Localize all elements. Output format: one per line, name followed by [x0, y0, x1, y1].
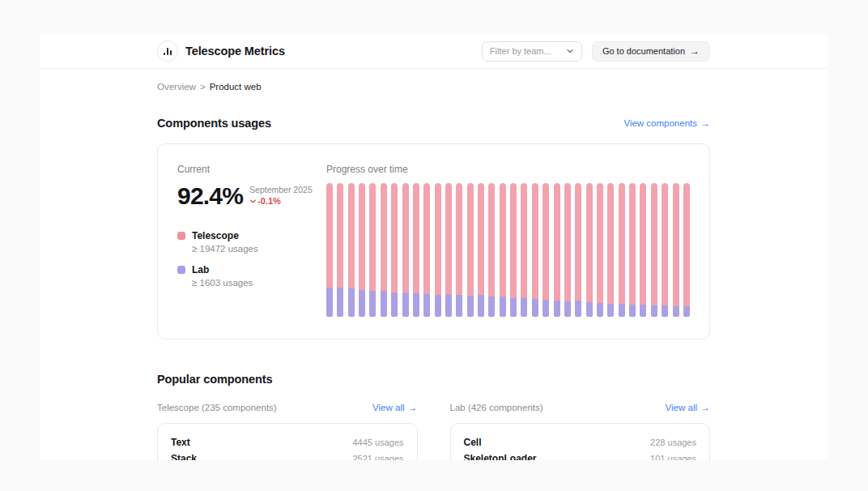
- period-label: September 2025: [249, 185, 313, 194]
- bar-segment-telescope: [586, 183, 593, 302]
- chart-bar[interactable]: [391, 183, 398, 317]
- view-components-link[interactable]: View components →: [623, 118, 710, 128]
- lab-swatch: [177, 266, 185, 274]
- bar-segment-lab: [478, 295, 484, 317]
- chart-bar[interactable]: [607, 183, 614, 317]
- delta-value: -0.1%: [257, 196, 281, 206]
- bar-segment-telescope: [402, 183, 409, 292]
- bar-segment-telescope: [640, 183, 646, 305]
- legend-name: Telescope: [192, 230, 258, 241]
- bar-segment-telescope: [348, 183, 355, 288]
- chart-bar[interactable]: [683, 183, 690, 317]
- bar-segment-lab: [488, 297, 495, 317]
- bar-segment-telescope: [673, 183, 679, 306]
- popular-section-title: Popular components: [157, 373, 710, 386]
- chart-bar[interactable]: [500, 183, 506, 317]
- chart-bar[interactable]: [402, 183, 409, 317]
- chart-bar[interactable]: [478, 183, 484, 317]
- component-name: SkeletonLoader: [464, 453, 537, 460]
- chart-bar[interactable]: [532, 183, 538, 317]
- current-value: 92.4%: [177, 182, 243, 210]
- view-all-link-telescope[interactable]: View all →: [372, 403, 417, 412]
- bar-segment-telescope: [369, 183, 376, 291]
- app-header: Telescope Metrics Filter by team... Go t…: [40, 34, 828, 69]
- breadcrumb-overview[interactable]: Overview: [157, 82, 196, 92]
- component-usage-count: 101 usages: [650, 454, 696, 460]
- chart-bar[interactable]: [326, 183, 333, 317]
- bar-segment-telescope: [413, 183, 419, 293]
- bar-segment-lab: [586, 302, 593, 317]
- group-header: Lab (426 components) View all →: [450, 403, 711, 412]
- bar-segment-lab: [651, 305, 657, 317]
- component-row[interactable]: Stack 2521 usages: [171, 450, 404, 460]
- component-name: Cell: [464, 437, 482, 448]
- bar-segment-lab: [597, 303, 603, 317]
- group-header: Telescope (235 components) View all →: [157, 403, 418, 412]
- bar-segment-lab: [348, 288, 355, 317]
- bar-segment-telescope: [629, 183, 636, 305]
- chart-bar[interactable]: [348, 183, 355, 317]
- chart-bar[interactable]: [619, 183, 625, 317]
- bar-segment-telescope: [337, 183, 343, 288]
- chart-bar[interactable]: [413, 183, 419, 317]
- chart-bar[interactable]: [662, 183, 668, 317]
- bar-segment-lab: [381, 291, 387, 317]
- header-left: Telescope Metrics: [157, 41, 285, 62]
- bar-segment-telescope: [359, 183, 365, 290]
- chart-bar[interactable]: [651, 183, 657, 317]
- popular-group-telescope: Telescope (235 components) View all → Te…: [157, 403, 418, 460]
- view-all-link-lab[interactable]: View all →: [666, 403, 710, 412]
- chart-bar[interactable]: [435, 183, 441, 317]
- bar-segment-lab: [326, 288, 333, 317]
- bar-segment-telescope: [597, 183, 603, 303]
- component-name: Text: [171, 437, 190, 448]
- breadcrumb-separator: >: [200, 82, 206, 92]
- chart-bar[interactable]: [488, 183, 495, 317]
- bar-segment-lab: [413, 293, 419, 317]
- chart-bar[interactable]: [564, 183, 571, 317]
- bar-segment-telescope: [532, 183, 538, 299]
- chart-bar[interactable]: [423, 183, 430, 317]
- chart-bar[interactable]: [521, 183, 527, 317]
- team-filter-select[interactable]: Filter by team...: [482, 41, 582, 62]
- bar-segment-lab: [554, 301, 560, 317]
- chart-bar[interactable]: [629, 183, 636, 317]
- chart-bar[interactable]: [586, 183, 593, 317]
- chart-bar[interactable]: [542, 183, 549, 317]
- usage-card: Current 92.4% September 2025 -0.1%: [157, 143, 710, 339]
- chart-bar[interactable]: [575, 183, 581, 317]
- chart-bar[interactable]: [673, 183, 679, 317]
- chart-bar[interactable]: [359, 183, 365, 317]
- team-filter-placeholder: Filter by team...: [490, 46, 551, 56]
- bar-chart-icon: [163, 46, 172, 56]
- chart-bar[interactable]: [597, 183, 603, 317]
- component-row[interactable]: Text 4445 usages: [171, 434, 404, 450]
- go-to-documentation-button[interactable]: Go to documentation →: [592, 41, 710, 62]
- bar-segment-telescope: [651, 183, 657, 305]
- chart-bar[interactable]: [640, 183, 646, 317]
- chart-bar[interactable]: [381, 183, 387, 317]
- bar-segment-telescope: [521, 183, 527, 298]
- component-usage-count: 2521 usages: [353, 454, 404, 460]
- popular-group-lab: Lab (426 components) View all → Cell 228…: [450, 403, 711, 460]
- bar-segment-telescope: [456, 183, 462, 295]
- chart-bar[interactable]: [510, 183, 517, 317]
- chart-bar[interactable]: [337, 183, 343, 317]
- chart-bar[interactable]: [554, 183, 560, 317]
- component-name: Stack: [171, 453, 197, 460]
- chart-bar[interactable]: [445, 183, 452, 317]
- component-row[interactable]: Cell 228 usages: [464, 434, 697, 450]
- bar-segment-lab: [607, 304, 614, 318]
- chart-bar[interactable]: [467, 183, 474, 317]
- component-list-lab: Cell 228 usages SkeletonLoader 101 usage…: [450, 423, 711, 460]
- header-right: Filter by team... Go to documentation →: [482, 41, 710, 62]
- arrow-right-icon: →: [408, 403, 418, 412]
- component-row[interactable]: SkeletonLoader 101 usages: [464, 450, 697, 460]
- bar-segment-lab: [564, 301, 571, 317]
- chart-bar[interactable]: [369, 183, 376, 317]
- bar-segment-lab: [402, 292, 409, 317]
- app-logo: [157, 41, 178, 62]
- chart-bar[interactable]: [456, 183, 462, 317]
- delta-row: -0.1%: [249, 196, 313, 206]
- bar-segment-lab: [337, 288, 343, 317]
